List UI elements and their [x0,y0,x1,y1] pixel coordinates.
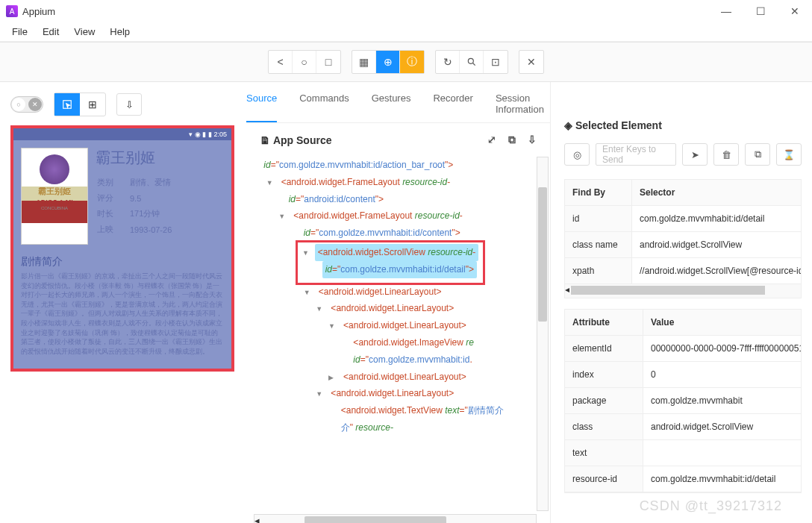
titlebar: A Appium — ☐ ✕ [0,0,812,22]
window-title: Appium [22,6,709,17]
synopsis-heading: 剧情简介 [21,255,224,269]
source-tree[interactable]: id="com.goldze.mvvmhabit:id/action_bar_r… [254,157,537,523]
send-keys-input[interactable]: Enter Keys to Send [596,143,676,166]
refresh-button[interactable]: ↻ [436,51,460,73]
app-logo-icon: A [6,5,18,17]
minimize-button[interactable]: — [709,0,743,22]
file-icon: 🗎 [260,134,273,146]
tap-coords-button[interactable]: ⊞ [80,93,105,116]
svg-line-1 [472,63,475,66]
device-screenshot[interactable]: ▾ ◉ ▮ ▮ 2:05 霸王别姫 ADIOS A MI CONCUBINA 霸… [10,125,234,372]
mjpeg-toggle[interactable]: ○✕ [10,96,43,113]
nav-recent-button[interactable]: □ [316,51,340,73]
select-element-button[interactable] [54,93,80,116]
quit-session-button[interactable]: ✕ [519,51,543,73]
movie-title: 霸王别姬 [96,148,188,168]
download-screenshot-button[interactable]: ⇩ [116,93,142,116]
record-button[interactable]: ⊡ [484,51,508,73]
svg-point-0 [468,58,473,63]
inspector-tabs: Source Commands Gestures Recorder Sessio… [246,82,550,123]
send-button[interactable]: ➤ [682,143,708,166]
timing-button[interactable]: ⌛ [776,143,802,166]
info-button[interactable]: ⓘ [400,51,424,73]
maximize-button[interactable]: ☐ [743,0,778,22]
vertical-scrollbar[interactable] [537,157,549,511]
search-button[interactable] [460,51,484,73]
tab-recorder[interactable]: Recorder [433,93,472,122]
menubar: File Edit View Help [0,22,812,42]
nav-home-button[interactable]: ○ [293,51,316,73]
app-switch-button[interactable]: ▦ [352,51,376,73]
synopsis-text: 影片借一出《霸王别姬》的京戏，牵扯出三个人之间一段随时代风云变幻的爱恨情仇。段小… [13,272,231,356]
menu-help[interactable]: Help [102,25,137,39]
tab-source[interactable]: Source [246,93,277,122]
tab-commands[interactable]: Commands [299,93,349,122]
download-xml-button[interactable]: ⇩ [528,134,537,146]
table-scrollbar[interactable]: ◂ [565,284,801,298]
watermark: CSDN @tt_39217312 [640,498,782,514]
toolbar: < ○ □ ▦ ⊕ ⓘ ↻ ⊡ ✕ [0,42,812,82]
attribute-table: AttributeValue elementId00000000-0000-00… [564,309,802,493]
findby-table: Find BySelector idcom.goldze.mvvmhabit:i… [564,179,802,298]
menu-file[interactable]: File [4,25,35,39]
close-button[interactable]: ✕ [778,0,812,22]
phone-status-bar: ▾ ◉ ▮ ▮ 2:05 [13,128,231,140]
tag-icon: ◈ [564,119,575,131]
selected-element-title: Selected Element [575,119,662,131]
tab-gestures[interactable]: Gestures [372,93,411,122]
globe-button[interactable]: ⊕ [376,51,400,73]
menu-edit[interactable]: Edit [35,25,66,39]
copy-button[interactable]: ⧉ [508,134,516,146]
horizontal-scrollbar[interactable]: ◂ [254,514,537,523]
tab-session[interactable]: Session Information [496,93,550,122]
movie-poster: 霸王别姫 ADIOS A MI CONCUBINA [21,148,88,245]
copy-element-button[interactable]: ⧉ [745,143,770,166]
menu-view[interactable]: View [66,25,102,39]
copy-xml-button[interactable]: ⤢ [487,134,496,146]
app-source-title: App Source [273,134,332,146]
locate-button[interactable]: ◎ [564,143,590,166]
nav-back-button[interactable]: < [269,51,293,73]
trash-button[interactable]: 🗑 [713,143,739,166]
